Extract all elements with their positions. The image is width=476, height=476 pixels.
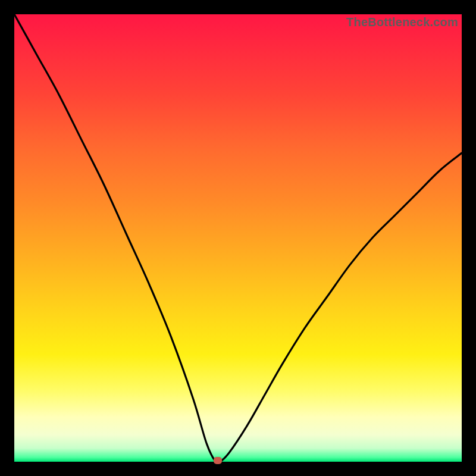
chart-frame: TheBottleneck.com	[14, 14, 462, 462]
bottleneck-curve	[14, 14, 462, 462]
optimal-point-marker	[214, 457, 222, 464]
